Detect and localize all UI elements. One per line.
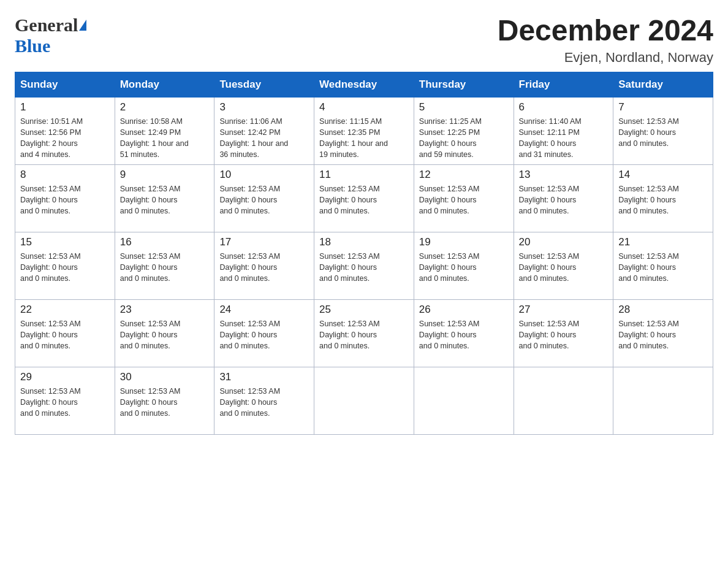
calendar-cell: 23Sunset: 12:53 AM Daylight: 0 hours and… <box>115 299 214 367</box>
calendar-cell: 28Sunset: 12:53 AM Daylight: 0 hours and… <box>613 299 713 367</box>
day-number: 5 <box>419 101 509 113</box>
day-info: Sunset: 12:53 AM Daylight: 0 hours and 0… <box>519 183 609 216</box>
header-row: SundayMondayTuesdayWednesdayThursdayFrid… <box>15 72 713 97</box>
calendar-cell: 27Sunset: 12:53 AM Daylight: 0 hours and… <box>514 299 613 367</box>
title-block: December 2024 Evjen, Nordland, Norway <box>498 15 713 66</box>
page-header: General Blue December 2024 Evjen, Nordla… <box>15 15 713 66</box>
day-info: Sunrise: 10:51 AM Sunset: 12:56 PM Dayli… <box>20 116 110 161</box>
calendar-week-3: 15Sunset: 12:53 AM Daylight: 0 hours and… <box>15 232 713 299</box>
calendar-cell: 15Sunset: 12:53 AM Daylight: 0 hours and… <box>15 232 115 299</box>
day-info: Sunset: 12:53 AM Daylight: 0 hours and 0… <box>319 251 409 284</box>
calendar-cell: 3Sunrise: 11:06 AM Sunset: 12:42 PM Dayl… <box>214 97 314 164</box>
calendar-cell: 21Sunset: 12:53 AM Daylight: 0 hours and… <box>613 232 713 299</box>
calendar-cell: 12Sunset: 12:53 AM Daylight: 0 hours and… <box>414 164 514 232</box>
day-number: 22 <box>20 304 110 316</box>
month-title: December 2024 <box>498 15 713 47</box>
day-number: 20 <box>519 236 609 248</box>
calendar-cell <box>613 367 713 434</box>
day-number: 17 <box>219 236 309 248</box>
calendar-week-4: 22Sunset: 12:53 AM Daylight: 0 hours and… <box>15 299 713 367</box>
calendar-cell <box>514 367 613 434</box>
calendar-cell: 25Sunset: 12:53 AM Daylight: 0 hours and… <box>314 299 414 367</box>
day-info: Sunset: 12:53 AM Daylight: 0 hours and 0… <box>20 318 110 351</box>
day-info: Sunset: 12:53 AM Daylight: 0 hours and 0… <box>618 116 708 149</box>
day-info: Sunset: 12:53 AM Daylight: 0 hours and 0… <box>219 386 309 419</box>
day-number: 27 <box>519 304 609 316</box>
day-info: Sunset: 12:53 AM Daylight: 0 hours and 0… <box>20 183 110 216</box>
day-info: Sunrise: 11:15 AM Sunset: 12:35 PM Dayli… <box>319 116 409 161</box>
day-info: Sunset: 12:53 AM Daylight: 0 hours and 0… <box>618 318 708 351</box>
day-info: Sunset: 12:53 AM Daylight: 0 hours and 0… <box>319 318 409 351</box>
calendar-cell <box>414 367 514 434</box>
calendar-cell: 5Sunrise: 11:25 AM Sunset: 12:25 PM Dayl… <box>414 97 514 164</box>
day-info: Sunset: 12:53 AM Daylight: 0 hours and 0… <box>618 183 708 216</box>
day-info: Sunset: 12:53 AM Daylight: 0 hours and 0… <box>120 386 210 419</box>
calendar-cell: 16Sunset: 12:53 AM Daylight: 0 hours and… <box>115 232 214 299</box>
calendar-cell: 10Sunset: 12:53 AM Daylight: 0 hours and… <box>214 164 314 232</box>
calendar-cell: 9Sunset: 12:53 AM Daylight: 0 hours and … <box>115 164 214 232</box>
header-sunday: Sunday <box>15 72 115 97</box>
header-saturday: Saturday <box>613 72 713 97</box>
day-info: Sunset: 12:53 AM Daylight: 0 hours and 0… <box>20 251 110 284</box>
calendar-cell: 24Sunset: 12:53 AM Daylight: 0 hours and… <box>214 299 314 367</box>
calendar-cell: 7Sunset: 12:53 AM Daylight: 0 hours and … <box>613 97 713 164</box>
day-number: 3 <box>219 101 309 113</box>
day-number: 1 <box>20 101 110 113</box>
calendar-cell: 17Sunset: 12:53 AM Daylight: 0 hours and… <box>214 232 314 299</box>
day-info: Sunset: 12:53 AM Daylight: 0 hours and 0… <box>20 386 110 419</box>
calendar-table: SundayMondayTuesdayWednesdayThursdayFrid… <box>15 72 713 435</box>
day-info: Sunset: 12:53 AM Daylight: 0 hours and 0… <box>618 251 708 284</box>
day-number: 10 <box>219 169 309 181</box>
day-info: Sunrise: 11:25 AM Sunset: 12:25 PM Dayli… <box>419 116 509 161</box>
header-monday: Monday <box>115 72 214 97</box>
day-info: Sunrise: 10:58 AM Sunset: 12:49 PM Dayli… <box>120 116 210 161</box>
day-info: Sunset: 12:53 AM Daylight: 0 hours and 0… <box>120 318 210 351</box>
header-friday: Friday <box>514 72 613 97</box>
calendar-body: 1Sunrise: 10:51 AM Sunset: 12:56 PM Dayl… <box>15 97 713 434</box>
calendar-week-1: 1Sunrise: 10:51 AM Sunset: 12:56 PM Dayl… <box>15 97 713 164</box>
calendar-cell: 6Sunrise: 11:40 AM Sunset: 12:11 PM Dayl… <box>514 97 613 164</box>
calendar-cell: 14Sunset: 12:53 AM Daylight: 0 hours and… <box>613 164 713 232</box>
calendar-week-2: 8Sunset: 12:53 AM Daylight: 0 hours and … <box>15 164 713 232</box>
calendar-cell: 19Sunset: 12:53 AM Daylight: 0 hours and… <box>414 232 514 299</box>
day-number: 18 <box>319 236 409 248</box>
header-wednesday: Wednesday <box>314 72 414 97</box>
day-number: 2 <box>120 101 210 113</box>
calendar-cell <box>314 367 414 434</box>
calendar-cell: 13Sunset: 12:53 AM Daylight: 0 hours and… <box>514 164 613 232</box>
header-tuesday: Tuesday <box>214 72 314 97</box>
day-number: 30 <box>120 371 210 383</box>
day-number: 29 <box>20 371 110 383</box>
header-thursday: Thursday <box>414 72 514 97</box>
day-number: 16 <box>120 236 210 248</box>
day-number: 11 <box>319 169 409 181</box>
day-info: Sunset: 12:53 AM Daylight: 0 hours and 0… <box>120 251 210 284</box>
calendar-cell: 20Sunset: 12:53 AM Daylight: 0 hours and… <box>514 232 613 299</box>
calendar-cell: 8Sunset: 12:53 AM Daylight: 0 hours and … <box>15 164 115 232</box>
day-number: 25 <box>319 304 409 316</box>
day-number: 9 <box>120 169 210 181</box>
day-number: 23 <box>120 304 210 316</box>
day-number: 14 <box>618 169 708 181</box>
location-title: Evjen, Nordland, Norway <box>498 50 713 66</box>
day-number: 7 <box>618 101 708 113</box>
day-info: Sunset: 12:53 AM Daylight: 0 hours and 0… <box>219 318 309 351</box>
calendar-cell: 2Sunrise: 10:58 AM Sunset: 12:49 PM Dayl… <box>115 97 214 164</box>
day-number: 28 <box>618 304 708 316</box>
day-info: Sunset: 12:53 AM Daylight: 0 hours and 0… <box>219 183 309 216</box>
logo: General Blue <box>15 15 86 56</box>
day-info: Sunset: 12:53 AM Daylight: 0 hours and 0… <box>120 183 210 216</box>
day-info: Sunset: 12:53 AM Daylight: 0 hours and 0… <box>419 318 509 351</box>
calendar-cell: 31Sunset: 12:53 AM Daylight: 0 hours and… <box>214 367 314 434</box>
day-info: Sunset: 12:53 AM Daylight: 0 hours and 0… <box>519 251 609 284</box>
day-info: Sunset: 12:53 AM Daylight: 0 hours and 0… <box>219 251 309 284</box>
day-number: 26 <box>419 304 509 316</box>
calendar-cell: 1Sunrise: 10:51 AM Sunset: 12:56 PM Dayl… <box>15 97 115 164</box>
day-number: 15 <box>20 236 110 248</box>
calendar-cell: 22Sunset: 12:53 AM Daylight: 0 hours and… <box>15 299 115 367</box>
day-number: 13 <box>519 169 609 181</box>
day-number: 4 <box>319 101 409 113</box>
logo-general-text: General <box>15 15 78 36</box>
day-number: 24 <box>219 304 309 316</box>
logo-arrow-icon <box>79 20 86 31</box>
